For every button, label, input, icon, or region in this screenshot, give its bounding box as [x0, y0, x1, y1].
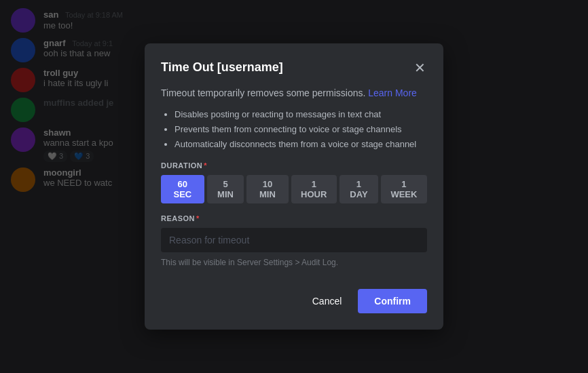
modal-footer: Cancel Confirm [161, 283, 427, 313]
confirm-button[interactable]: Confirm [358, 289, 427, 313]
duration-1hour[interactable]: 1 HOUR [291, 175, 337, 203]
modal-title: Time Out [username] [161, 60, 283, 75]
duration-5min[interactable]: 5 MIN [207, 175, 244, 203]
modal-header: Time Out [username] ✕ [161, 60, 427, 76]
duration-1day[interactable]: 1 DAY [339, 175, 378, 203]
bullet-item-2: Prevents them from connecting to voice o… [174, 123, 427, 136]
timeout-modal: Time Out [username] ✕ Timeout temporaril… [145, 43, 443, 330]
duration-1week[interactable]: 1 WEEK [381, 175, 427, 203]
duration-10min[interactable]: 10 MIN [246, 175, 288, 203]
duration-label: DURATION* [161, 161, 427, 170]
learn-more-link[interactable]: Learn More [368, 87, 417, 98]
reason-label: REASON* [161, 214, 427, 222]
close-button[interactable]: ✕ [413, 60, 427, 76]
reason-input[interactable] [161, 228, 427, 252]
bullet-item-1: Disables posting or reacting to messages… [174, 109, 427, 121]
bullet-item-3: Automatically disconnects them from a vo… [174, 138, 427, 151]
cancel-button[interactable]: Cancel [301, 289, 353, 313]
modal-description: Timeout temporarily removes some permiss… [161, 87, 427, 100]
modal-overlay: Time Out [username] ✕ Timeout temporaril… [0, 0, 588, 373]
bullet-list: Disables posting or reacting to messages… [161, 109, 427, 151]
duration-60sec[interactable]: 60 SEC [161, 175, 204, 203]
duration-group: 60 SEC 5 MIN 10 MIN 1 HOUR 1 DAY 1 WEEK [161, 175, 427, 203]
audit-note: This will be visible in Server Settings … [161, 258, 427, 267]
